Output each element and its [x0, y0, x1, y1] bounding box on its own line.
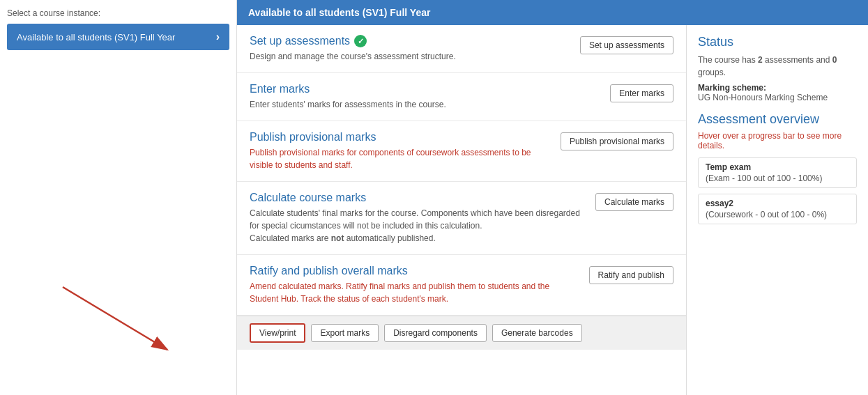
- view-print-button[interactable]: View/print: [250, 323, 305, 343]
- marking-scheme-value: UG Non-Honours Marking Scheme: [698, 93, 857, 102]
- section-ratify: Ratify and publish overall marks Amend c…: [237, 255, 686, 316]
- chevron-right-icon: ›: [216, 31, 220, 43]
- export-marks-button[interactable]: Export marks: [311, 324, 379, 342]
- assessment-overview-hint: Hover over a progress bar to see more de…: [698, 131, 857, 150]
- center-panel: Set up assessments ✓ Design and manage t…: [237, 25, 687, 395]
- section-enter-marks: Enter marks Enter students' marks for as…: [237, 73, 686, 121]
- right-panel: Status The course has 2 assessments and …: [687, 25, 868, 395]
- setup-assessments-button[interactable]: Set up assessments: [580, 36, 673, 54]
- footer-toolbar: View/print Export marks Disregard compon…: [237, 316, 686, 350]
- sidebar: Select a course instance: Available to a…: [0, 0, 237, 395]
- content-body: Set up assessments ✓ Design and manage t…: [237, 25, 868, 395]
- generate-barcodes-button[interactable]: Generate barcodes: [492, 324, 582, 342]
- assessment-item-0: Temp exam (Exam - 100 out of 100 - 100%): [698, 157, 857, 188]
- section-calculate: Calculate course marks Calculate student…: [237, 182, 686, 255]
- ratify-publish-button[interactable]: Ratify and publish: [589, 266, 673, 284]
- assessment-item-1: essay2 (Coursework - 0 out of 100 - 0%): [698, 194, 857, 224]
- section-calculate-desc2: Calculated marks are not automatically p…: [250, 232, 584, 245]
- assessment-item-1-name: essay2: [706, 199, 849, 208]
- assessment-item-0-name: Temp exam: [706, 162, 849, 172]
- section-setup: Set up assessments ✓ Design and manage t…: [237, 25, 686, 73]
- status-title: Status: [698, 35, 857, 49]
- section-setup-title: Set up assessments ✓: [250, 35, 569, 47]
- section-calculate-desc: Calculate students' final marks for the …: [250, 207, 584, 232]
- enter-marks-button[interactable]: Enter marks: [610, 84, 673, 102]
- assessment-item-0-detail: (Exam - 100 out of 100 - 100%): [706, 173, 849, 183]
- calculate-marks-button[interactable]: Calculate marks: [595, 193, 673, 211]
- main-header: Available to all students (SV1) Full Yea…: [237, 0, 868, 25]
- sidebar-item-course[interactable]: Available to all students (SV1) Full Yea…: [7, 24, 229, 50]
- marking-scheme-label: Marking scheme:: [698, 83, 857, 93]
- section-publish-provisional-title: Publish provisional marks: [250, 131, 549, 144]
- section-enter-marks-title: Enter marks: [250, 83, 599, 95]
- sidebar-item-label: Available to all students (SV1) Full Yea…: [17, 32, 175, 42]
- assessment-overview-title: Assessment overview: [698, 112, 857, 127]
- section-setup-desc: Design and manage the course's assessmen…: [250, 50, 569, 63]
- section-ratify-title: Ratify and publish overall marks: [250, 265, 578, 277]
- check-icon: ✓: [354, 35, 367, 47]
- section-enter-marks-desc: Enter students' marks for assessments in…: [250, 98, 599, 111]
- assessment-item-1-detail: (Coursework - 0 out of 100 - 0%): [706, 210, 849, 219]
- svg-line-1: [63, 287, 167, 350]
- section-publish-provisional: Publish provisional marks Publish provis…: [237, 121, 686, 182]
- sidebar-label: Select a course instance:: [7, 8, 229, 18]
- main-content: Available to all students (SV1) Full Yea…: [237, 0, 868, 395]
- disregard-components-button[interactable]: Disregard components: [384, 324, 487, 342]
- section-calculate-title: Calculate course marks: [250, 192, 584, 204]
- status-desc: The course has 2 assessments and 0 group…: [698, 54, 857, 79]
- publish-provisional-button[interactable]: Publish provisional marks: [561, 132, 673, 150]
- section-publish-provisional-desc: Publish provisional marks for components…: [250, 146, 549, 171]
- section-ratify-desc: Amend calculated marks. Ratify final mar…: [250, 280, 578, 305]
- arrow-annotation: [7, 280, 160, 364]
- header-title: Available to all students (SV1) Full Yea…: [248, 7, 430, 18]
